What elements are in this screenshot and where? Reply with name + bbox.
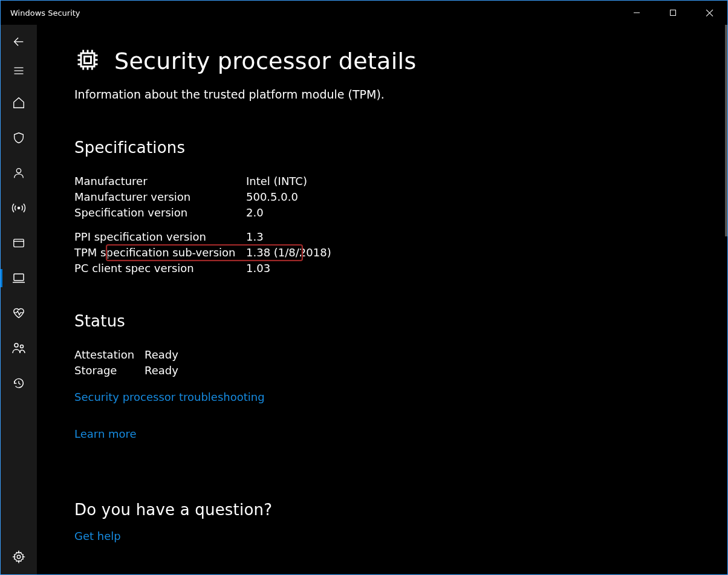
sidebar-item-device-security[interactable]: [1, 261, 37, 296]
spec-label: PPI specification version: [74, 229, 246, 245]
status-table: Attestation Ready Storage Ready: [74, 347, 703, 378]
svg-rect-17: [81, 53, 94, 67]
svg-rect-18: [85, 57, 91, 63]
gear-icon: [12, 550, 25, 564]
close-button[interactable]: [691, 1, 727, 25]
spec-value: 2.0: [246, 205, 703, 221]
sidebar-item-virus-threat[interactable]: [1, 120, 37, 155]
content-area: Security processor details Information a…: [37, 25, 727, 574]
chip-icon: [74, 47, 101, 76]
spec-label: Specification version: [74, 205, 246, 221]
scrollbar[interactable]: [725, 25, 727, 236]
question-heading: Do you have a question?: [74, 501, 703, 519]
svg-rect-12: [14, 274, 24, 281]
specifications-heading: Specifications: [74, 138, 703, 157]
sidebar-item-family[interactable]: [1, 331, 37, 366]
home-icon: [12, 96, 25, 109]
section-specifications: Specifications Manufacturer Intel (INTC)…: [74, 138, 703, 277]
sidebar-item-account[interactable]: [1, 155, 37, 190]
titlebar: Windows Security: [1, 1, 727, 25]
svg-rect-1: [671, 10, 676, 16]
section-status: Status Attestation Ready Storage Ready S…: [74, 312, 703, 476]
section-question: Do you have a question? Get help: [74, 501, 703, 542]
maximize-button[interactable]: [655, 1, 691, 25]
link-get-help[interactable]: Get help: [74, 530, 121, 542]
menu-button[interactable]: [1, 56, 37, 85]
page-subtitle: Information about the trusted platform m…: [74, 88, 703, 101]
family-icon: [11, 341, 26, 356]
spec-value: 1.03: [246, 261, 703, 276]
link-troubleshooting[interactable]: Security processor troubleshooting: [74, 391, 265, 403]
sidebar-item-app-browser[interactable]: [1, 226, 37, 261]
spec-label: TPM specification sub-version: [74, 245, 246, 261]
sidebar-item-device-performance[interactable]: [1, 296, 37, 331]
back-arrow-icon: [12, 35, 25, 48]
spec-label: Manufacturer version: [74, 189, 246, 205]
laptop-icon: [11, 271, 26, 285]
svg-point-16: [17, 555, 21, 559]
link-learn-more[interactable]: Learn more: [74, 427, 137, 440]
spec-label: Manufacturer: [74, 174, 246, 189]
svg-rect-10: [14, 239, 24, 247]
status-label: Attestation: [74, 347, 145, 363]
specifications-table: Manufacturer Intel (INTC) Manufacturer v…: [74, 174, 703, 277]
history-icon: [12, 377, 25, 390]
close-icon: [706, 9, 713, 17]
spec-value: 1.38 (1/8/2018): [246, 245, 703, 261]
spec-value: 500.5.0.0: [246, 189, 703, 205]
spec-value: Intel (INTC): [246, 174, 703, 189]
sidebar: [1, 25, 37, 574]
page-title: Security processor details: [114, 48, 417, 74]
sidebar-item-settings[interactable]: [1, 539, 37, 574]
status-value: Ready: [145, 347, 703, 363]
heart-pulse-icon: [12, 307, 25, 320]
sidebar-item-protection-history[interactable]: [1, 366, 37, 401]
svg-point-15: [21, 345, 24, 348]
spec-label: PC client spec version: [74, 261, 246, 276]
window-controls: [619, 1, 727, 25]
minimize-icon: [633, 9, 640, 16]
sidebar-item-firewall-network[interactable]: [1, 190, 37, 226]
person-icon: [12, 166, 25, 180]
hamburger-icon: [13, 65, 25, 77]
window-icon: [12, 236, 25, 250]
back-button[interactable]: [1, 27, 37, 56]
minimize-button[interactable]: [619, 1, 655, 25]
svg-point-8: [16, 169, 21, 173]
shield-icon: [12, 131, 25, 145]
sidebar-item-home[interactable]: [1, 85, 37, 120]
status-heading: Status: [74, 312, 703, 330]
spec-value: 1.3: [246, 229, 703, 245]
status-value: Ready: [145, 363, 703, 378]
status-label: Storage: [74, 363, 145, 378]
svg-point-14: [15, 343, 18, 347]
svg-point-9: [18, 207, 20, 209]
maximize-icon: [669, 9, 677, 16]
network-icon: [11, 201, 26, 215]
window-title: Windows Security: [10, 8, 80, 18]
page-header: Security processor details: [74, 47, 703, 76]
